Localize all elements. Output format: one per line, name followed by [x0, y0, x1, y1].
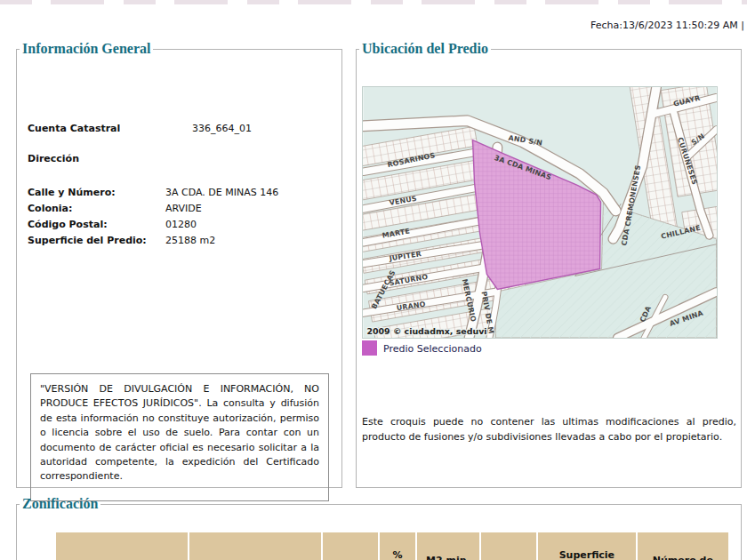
zonificacion-section: Zonificación Uso del Suelo 1: Niveles: A…: [16, 496, 742, 560]
parcel-color-swatch: [362, 340, 377, 356]
header-m2-min-vivienda: M2 min. Vivienda:: [417, 532, 479, 560]
info-general-section: Información General Cuenta Catastral 336…: [16, 41, 342, 488]
superficie-label: Superficie del Predio:: [28, 235, 147, 246]
zonificacion-table: Uso del Suelo 1: Niveles: Altura: % Área…: [54, 531, 730, 560]
info-general-legend: Información General: [20, 41, 153, 57]
calle-numero-value: 3A CDA. DE MINAS 146: [165, 187, 278, 198]
table-header-row: Uso del Suelo 1: Niveles: Altura: % Área…: [56, 532, 728, 560]
parcel-legend-label: Predio Seleccionado: [383, 343, 482, 355]
map-image: ROSARINOS VENUS MARTE JUPITER SATURNO UR…: [363, 87, 717, 338]
superficie-value: 25188 m2: [165, 235, 215, 246]
header-densidad: Densidad: [481, 532, 536, 560]
header-superficie-maxima: Superficie Máxima de Construcción: [538, 532, 636, 560]
header-altura: Altura:: [323, 532, 378, 560]
header-area-libre: % Área Libre:: [380, 532, 415, 560]
codigo-postal-value: 01280: [165, 219, 197, 230]
direccion-label: Dirección: [28, 153, 79, 164]
top-tab-strip: [0, 0, 747, 4]
map-attribution: 2009 © ciudadmx, seduvi: [366, 326, 486, 336]
cuenta-catastral-label: Cuenta Catastral: [28, 123, 120, 134]
colonia-label: Colonia:: [28, 203, 72, 214]
header-numero-viviendas: Número de Viviendas: [638, 532, 728, 560]
date-line: Fecha:13/6/2023 11:50:29 AM |: [590, 20, 744, 31]
ubicacion-legend: Ubicación del Predio: [359, 41, 491, 57]
parcel-map: ROSARINOS VENUS MARTE JUPITER SATURNO UR…: [362, 86, 718, 339]
ubicacion-section: Ubicación del Predio: [356, 41, 742, 488]
codigo-postal-label: Código Postal:: [28, 219, 108, 230]
header-niveles: Niveles:: [189, 532, 321, 560]
legal-disclaimer: "VERSIÓN DE DIVULGACIÓN E INFORMACIÓN, N…: [30, 373, 329, 501]
croquis-note: Este croquis puede no contener las ultim…: [362, 414, 736, 444]
cuenta-catastral-value: 336_664_01: [192, 123, 252, 134]
zonificacion-legend: Zonificación: [20, 496, 100, 512]
calle-numero-label: Calle y Número:: [28, 187, 116, 198]
header-uso-del-suelo: Uso del Suelo 1:: [56, 532, 188, 560]
colonia-value: ARVIDE: [165, 203, 202, 214]
